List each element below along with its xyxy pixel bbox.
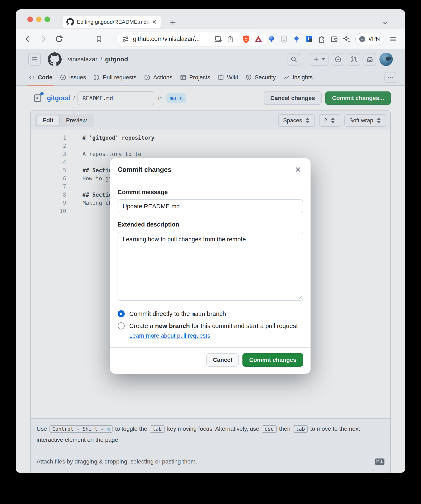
toolbar-extensions-area: VPN: [268, 33, 397, 45]
back-button[interactable]: [24, 35, 32, 43]
url-text[interactable]: github.com/vinisalazar/...: [133, 36, 210, 42]
github-page: vinisalazar / gitgood: [16, 49, 405, 473]
dialog-header: Commit changes: [110, 158, 311, 181]
tab-search-chevron-icon[interactable]: [382, 19, 389, 26]
extension-gem-icon[interactable]: [268, 35, 276, 43]
browser-tabstrip: Editing gitgood/README.mda: [16, 9, 405, 29]
extensions-puzzle-icon[interactable]: [318, 35, 325, 43]
forward-button: [39, 35, 47, 43]
commit-changes-dialog: Commit changes Commit message Extended d…: [110, 158, 311, 374]
dialog-footer: Cancel Commit changes: [110, 348, 311, 374]
site-settings-icon[interactable]: [122, 35, 129, 43]
browser-menu-icon[interactable]: [389, 35, 397, 43]
tab-title: Editing gitgood/README.mda: [77, 19, 149, 25]
dialog-title: Commit changes: [118, 166, 171, 174]
extended-description-textarea[interactable]: [118, 232, 303, 301]
close-tab-icon[interactable]: [152, 19, 157, 25]
url-divider: [238, 35, 238, 43]
url-bar[interactable]: github.com/vinisalazar/...: [117, 32, 268, 46]
learn-more-link[interactable]: Learn more about pull requests: [129, 332, 210, 339]
minimize-window-button[interactable]: [36, 17, 42, 22]
window-controls: [27, 17, 50, 22]
share-icon[interactable]: [226, 35, 234, 43]
extension-password-manager-icon[interactable]: [305, 35, 313, 43]
wallet-icon[interactable]: [330, 35, 338, 43]
zoom-window-button[interactable]: [44, 17, 50, 22]
bookmark-icon[interactable]: [95, 35, 103, 43]
extension-kite-icon[interactable]: [293, 35, 301, 43]
branch-name-mono: main: [192, 311, 205, 317]
browser-window: Editing gitgood/README.mda: [16, 9, 405, 473]
dialog-close-button[interactable]: [293, 165, 303, 174]
send-to-device-icon[interactable]: [214, 35, 223, 43]
dialog-commit-button[interactable]: Commit changes: [242, 353, 303, 367]
commit-message-label: Commit message: [118, 189, 303, 196]
radio-commit-directly[interactable]: Commit directly to the main branch: [118, 310, 303, 317]
brave-shields-icon[interactable]: [242, 35, 250, 43]
dialog-cancel-button[interactable]: Cancel: [206, 353, 239, 367]
close-window-button[interactable]: [27, 17, 33, 22]
vpn-status-icon: [359, 36, 366, 42]
browser-tab[interactable]: Editing gitgood/README.mda: [63, 16, 161, 28]
extended-description-label: Extended description: [118, 221, 303, 228]
github-favicon: [66, 18, 74, 26]
radio-selected-icon[interactable]: [118, 310, 125, 317]
commit-message-input[interactable]: [118, 199, 303, 213]
extension-document-icon[interactable]: [280, 35, 288, 43]
browser-toolbar: github.com/vinisalazar/...: [16, 29, 405, 49]
radio-unselected-icon[interactable]: [118, 322, 125, 330]
vpn-label: VPN: [368, 36, 380, 42]
radio-create-branch[interactable]: Create a new branch for this commit and …: [118, 322, 303, 330]
leo-ai-sparkle-icon[interactable]: [343, 35, 351, 43]
new-tab-button[interactable]: [169, 18, 177, 26]
vpn-button[interactable]: VPN: [355, 33, 385, 45]
reload-button[interactable]: [54, 35, 63, 43]
brave-rewards-bat-icon[interactable]: [254, 35, 263, 43]
